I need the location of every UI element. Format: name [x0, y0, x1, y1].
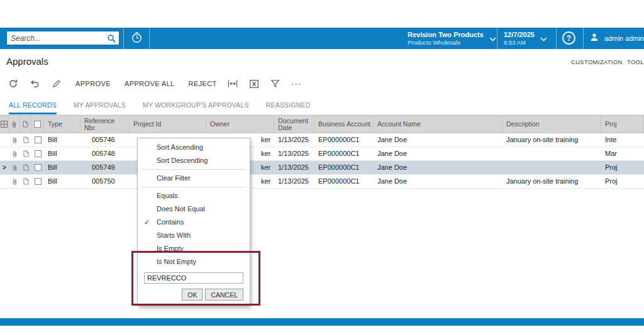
company-name: Revision Two Products — [408, 31, 484, 39]
table-row[interactable]: Bill 005746 ker 1/13/2025 EP000000C1 Jan… — [0, 133, 644, 147]
grid-settings-icon[interactable] — [0, 116, 9, 133]
column-header-project-id[interactable]: Project Id — [130, 116, 206, 133]
cell-document-date: 1/13/2025 — [274, 147, 314, 160]
paperclip-icon[interactable] — [9, 147, 20, 160]
filter-ok-button[interactable]: OK — [182, 289, 203, 301]
cell-account-name: Jane Doe — [374, 161, 502, 174]
column-header-reference-nbr[interactable]: Reference Nbr. — [80, 116, 130, 133]
row-checkbox[interactable] — [31, 133, 44, 147]
edit-pencil-icon[interactable] — [48, 76, 64, 91]
cell-account-name: Jane Doe — [374, 147, 502, 160]
customization-menu[interactable]: CUSTOMIZATION — [571, 58, 623, 65]
topbar-divider — [497, 28, 497, 49]
approve-button[interactable]: APPROVE — [75, 80, 111, 87]
search-icon[interactable] — [104, 31, 119, 45]
row-checkbox[interactable] — [31, 175, 44, 188]
filter-icon[interactable] — [267, 76, 284, 91]
filter-value-input[interactable] — [144, 272, 243, 284]
note-icon[interactable] — [20, 161, 31, 174]
cell-reference-nbr: 005746 — [80, 133, 130, 147]
global-search-box[interactable] — [6, 31, 119, 45]
user-name: admin admin — [604, 35, 644, 42]
cell-reference-nbr: 005749 — [80, 161, 130, 174]
cell-document-date: 1/13/2025 — [274, 175, 314, 188]
row-checkbox[interactable] — [31, 161, 44, 174]
approve-all-button[interactable]: APPROVE ALL — [125, 80, 175, 87]
cell-reference-nbr: 005750 — [80, 175, 130, 188]
help-icon[interactable]: ? — [562, 31, 575, 45]
cell-description: January on-site training — [502, 133, 601, 147]
menu-item-is-not-empty[interactable]: Is Not Empty — [138, 255, 250, 268]
paperclip-icon[interactable] — [9, 133, 20, 147]
menu-item-sort-descending[interactable]: Sort Descending — [138, 154, 250, 167]
undo-icon[interactable] — [26, 76, 43, 91]
column-header-owner[interactable]: Owner — [206, 116, 274, 133]
filter-menu-buttons: OK CANCEL — [144, 289, 243, 301]
export-to-excel-icon[interactable] — [246, 76, 262, 91]
approvals-grid: Type Reference Nbr. Project Id Owner Doc… — [0, 115, 644, 189]
topbar-divider — [583, 28, 584, 49]
cell-type: Bill — [44, 175, 80, 188]
chevron-down-icon — [540, 33, 547, 44]
table-row[interactable]: Bill 005750 ker 1/13/2025 EP000000C1 Jan… — [0, 175, 644, 189]
grid-header-row: Type Reference Nbr. Project Id Owner Doc… — [0, 115, 644, 133]
filter-cancel-button[interactable]: CANCEL — [205, 289, 243, 301]
menu-divider — [142, 169, 246, 170]
table-row-selected[interactable]: > Bill 005749 ker 1/13/2025 EP000000C1 J… — [0, 161, 644, 175]
row-gutter — [0, 175, 9, 188]
reject-button[interactable]: REJECT — [189, 80, 217, 87]
menu-item-contains[interactable]: ✓ Contains — [138, 216, 250, 229]
table-row[interactable]: Bill 005748 ker 1/13/2025 EP000000C1 Jan… — [0, 147, 644, 161]
menu-item-is-empty[interactable]: Is Empty — [138, 242, 250, 255]
select-all-checkbox[interactable] — [31, 116, 44, 133]
tab-all-records[interactable]: ALL RECORDS — [9, 96, 57, 114]
note-icon[interactable] — [20, 175, 31, 188]
row-checkbox[interactable] — [31, 147, 44, 160]
tab-my-approvals[interactable]: MY APPROVALS — [74, 96, 126, 114]
cell-document-date: 1/13/2025 — [274, 133, 314, 147]
column-header-type[interactable]: Type — [44, 116, 80, 133]
top-navigation-bar: Revision Two Products Products Wholesale… — [0, 28, 644, 49]
tab-reassigned[interactable]: REASSIGNED — [266, 96, 311, 114]
note-icon[interactable] — [20, 147, 31, 160]
tab-my-workgroups-approvals[interactable]: MY WORKGROUP'S APPROVALS — [143, 96, 249, 114]
menu-item-clear-filter[interactable]: Clear Filter — [138, 172, 250, 185]
business-date: 12/7/2025 — [504, 31, 535, 39]
tools-menu[interactable]: TOOLS — [627, 58, 644, 65]
row-gutter — [0, 133, 9, 147]
app-window: Revision Two Products Products Wholesale… — [0, 0, 644, 332]
search-input[interactable] — [7, 34, 104, 43]
cell-description — [502, 147, 601, 160]
paperclip-icon[interactable] — [9, 161, 20, 174]
menu-item-label: Clear Filter — [157, 174, 191, 182]
menu-item-sort-ascending[interactable]: Sort Ascending — [138, 141, 250, 154]
column-header-description[interactable]: Description — [502, 116, 601, 133]
bottom-bar — [0, 318, 644, 326]
more-options-icon[interactable]: ··· — [291, 79, 302, 89]
column-header-business-account[interactable]: Business Account — [314, 116, 374, 133]
menu-item-starts-with[interactable]: Starts With — [138, 229, 250, 242]
menu-item-label: Sort Descending — [157, 157, 208, 164]
cell-type: Bill — [44, 147, 80, 160]
business-date-button[interactable] — [124, 28, 149, 49]
note-icon[interactable] — [20, 133, 31, 147]
business-date-selector[interactable]: 12/7/2025 6:53 AM — [504, 28, 547, 49]
paperclip-icon[interactable] — [9, 175, 20, 188]
cell-project-truncated: Inte — [601, 133, 644, 147]
column-filter-menu: Sort Ascending Sort Descending Clear Fil… — [137, 138, 250, 306]
cell-business-account: EP000000C1 — [314, 175, 374, 188]
fit-to-screen-icon[interactable] — [225, 76, 241, 91]
page-title: Approvals — [6, 56, 48, 67]
menu-item-label: Starts With — [157, 231, 191, 239]
menu-item-does-not-equal[interactable]: Does Not Equal — [138, 202, 250, 216]
menu-item-equals[interactable]: Equals — [138, 189, 250, 202]
column-header-document-date[interactable]: Document Date — [274, 116, 314, 133]
cell-business-account: EP000000C1 — [314, 133, 374, 147]
paperclip-icon — [9, 116, 20, 133]
topbar-divider — [556, 28, 557, 49]
refresh-button[interactable] — [5, 76, 21, 91]
user-menu[interactable]: admin admin — [590, 28, 644, 49]
column-header-project-truncated[interactable]: Proj — [601, 116, 644, 133]
company-branch-selector[interactable]: Revision Two Products Products Wholesale — [408, 28, 496, 49]
column-header-account-name[interactable]: Account Name — [374, 116, 502, 133]
